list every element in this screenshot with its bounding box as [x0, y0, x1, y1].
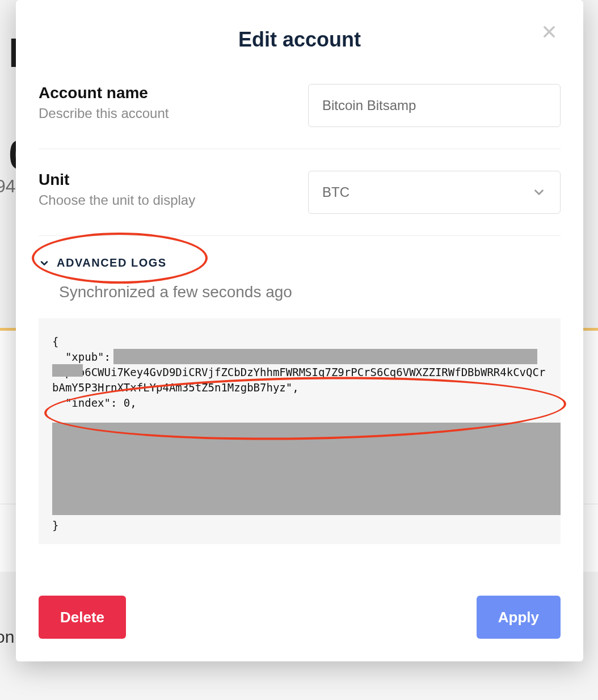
unit-selected-value: BTC [322, 184, 349, 200]
redaction-bar [52, 364, 83, 377]
account-name-row: Account name Describe this account [39, 62, 561, 149]
bg-glyph-3: 94 [0, 176, 16, 197]
redaction-bar [113, 349, 537, 364]
advanced-logs-label: ADVANCED LOGS [57, 256, 167, 269]
unit-row: Unit Choose the unit to display BTC [39, 149, 561, 236]
close-button[interactable] [538, 20, 561, 43]
unit-select[interactable]: BTC [308, 171, 561, 214]
redaction-bar [52, 423, 561, 515]
account-name-input-col [308, 84, 561, 127]
edit-account-modal: Edit account Account name Describe this … [16, 0, 583, 661]
delete-button[interactable]: Delete [39, 596, 126, 639]
advanced-logs-toggle[interactable]: ADVANCED LOGS [39, 256, 561, 269]
modal-title: Edit account [238, 28, 361, 52]
account-name-label: Account name [39, 84, 297, 102]
advanced-logs-box: { "xpub": "xpub6CWUi7Key4GvD9DiCRVjfZCbD… [39, 318, 561, 544]
unit-labels: Unit Choose the unit to display [39, 171, 308, 208]
bg-footer-text: on [0, 627, 14, 647]
unit-label: Unit [39, 171, 297, 189]
account-name-input[interactable] [308, 84, 561, 127]
apply-button[interactable]: Apply [477, 596, 561, 639]
unit-sublabel: Choose the unit to display [39, 192, 297, 208]
modal-header: Edit account [39, 17, 561, 62]
modal-actions: Delete Apply [39, 596, 561, 639]
account-name-sublabel: Describe this account [39, 106, 297, 121]
sync-status: Synchronized a few seconds ago [59, 283, 561, 301]
chevron-down-icon [532, 185, 546, 200]
close-icon [541, 24, 557, 40]
account-name-labels: Account name Describe this account [39, 84, 308, 121]
unit-input-col: BTC [308, 171, 561, 214]
chevron-down-icon [39, 258, 50, 269]
